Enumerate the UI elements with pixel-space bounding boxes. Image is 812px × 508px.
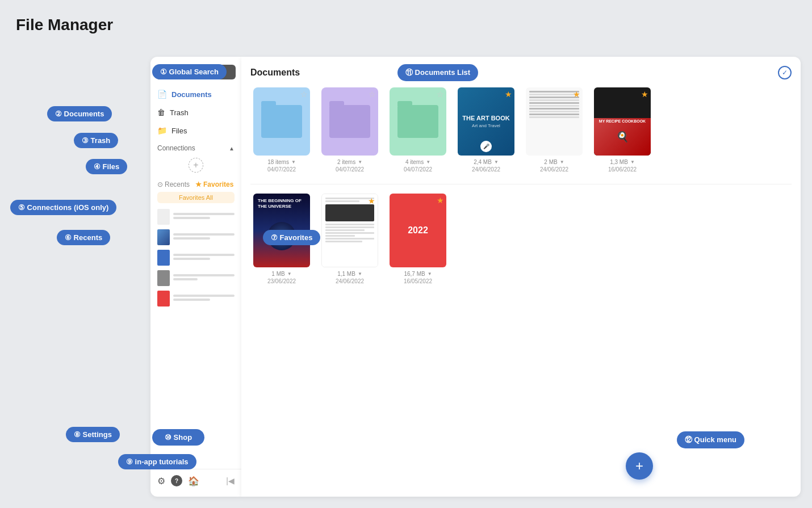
list-item[interactable] [157, 227, 235, 247]
dropdown-arrow-icon[interactable]: ▼ [630, 159, 635, 165]
list-item[interactable] [157, 207, 235, 227]
article-line [325, 238, 374, 240]
connections-section: Connections ▲ [150, 140, 241, 154]
doc-date: 24/06/2022 [472, 166, 500, 173]
folder-item-purple[interactable]: ☆ 2 items ▼ 04/07/2022 [319, 87, 381, 173]
file-item-recipe[interactable]: ★ MY RECIPE COOKBOOK 🍳 1,3 MB ▼ 16/06/20… [591, 87, 654, 173]
fav-item-article[interactable]: ★ 1,1 MB ▼ [319, 194, 381, 284]
dropdown-arrow-icon[interactable]: ▼ [358, 159, 362, 165]
dropdown-arrow-icon[interactable]: ▼ [358, 271, 362, 276]
mic-icon: 🎤 [480, 141, 492, 152]
annotation-connections: ⑤ Connections (iOS only) [10, 200, 116, 215]
star-icon: ★ [573, 90, 580, 99]
article-line [325, 229, 365, 231]
recent-line [173, 213, 235, 215]
recent-lines [173, 274, 235, 282]
doc-size: 16,7 MB [404, 271, 425, 277]
dropdown-arrow-icon[interactable]: ▼ [428, 271, 432, 276]
file-item-pdf[interactable]: ★ 2 MB ▼ [523, 87, 585, 173]
collapse-sidebar-button[interactable]: |◀ [226, 476, 235, 485]
list-item[interactable] [157, 247, 235, 268]
favorites-all-button[interactable]: Favorites All [157, 192, 235, 203]
recent-thumb-1 [157, 209, 170, 225]
artbook-thumb: ★ THE ART BOOK Art and Travel 🎤 [458, 87, 514, 156]
dropdown-arrow-icon[interactable]: ▼ [291, 159, 296, 165]
doc-meta: 2,4 MB ▼ [455, 159, 517, 165]
trash-icon: 🗑 [157, 108, 165, 117]
documents-grid: ☆ 18 items ▼ 04/07/2022 ☆ [250, 87, 792, 177]
fab-button[interactable]: + [626, 452, 653, 480]
recent-line [173, 295, 235, 297]
favorites-label: Favorites [203, 180, 233, 188]
annotation-trash: ③ Trash [74, 133, 118, 148]
recent-lines [173, 254, 235, 262]
recent-line [173, 274, 235, 276]
annotation-documents-list: ⑪ Documents List [397, 64, 478, 81]
sidebar-item-files[interactable]: 📁 Files [150, 121, 241, 140]
list-item[interactable] [157, 268, 235, 288]
dropdown-arrow-icon[interactable]: ▼ [287, 271, 292, 276]
connections-add: + [150, 154, 241, 176]
star-icon: ☆ [300, 90, 308, 99]
doc-size: 1,3 MB [610, 159, 628, 165]
article-image [325, 204, 374, 221]
doc-meta: 1,1 MB ▼ [319, 271, 381, 277]
list-item[interactable] [157, 288, 235, 309]
pdf-line [529, 105, 579, 107]
recent-thumb-2 [157, 229, 170, 245]
check-button[interactable]: ✓ [778, 66, 792, 79]
settings-icon[interactable]: ⚙ [157, 476, 165, 486]
recent-thumb-4 [157, 270, 170, 286]
dropdown-arrow-icon[interactable]: ▼ [426, 159, 430, 165]
folder-thumb-purple: ☆ [321, 87, 378, 156]
doc-items-count: 18 items [267, 159, 289, 165]
doc-meta: 2 MB ▼ [523, 159, 585, 165]
shop-button[interactable]: ⑩ Shop [152, 429, 204, 446]
fav-item-2022[interactable]: ★ 2022 16,7 MB ▼ 16/05/2022 [387, 194, 449, 284]
doc-date: 04/07/2022 [336, 166, 364, 173]
fav-thumb-2022: ★ 2022 [390, 194, 446, 267]
recipe-thumb: ★ MY RECIPE COOKBOOK 🍳 [594, 87, 651, 156]
annotation-tutorials: ⑨ in-app tutorials [118, 454, 196, 469]
file-item-artbook[interactable]: ★ THE ART BOOK Art and Travel 🎤 2,4 MB ▼… [455, 87, 517, 173]
annotation-recents: ⑥ Recents [57, 230, 110, 245]
page-title: File Manager [16, 16, 113, 34]
folder-item-blue[interactable]: ☆ 18 items ▼ 04/07/2022 [250, 87, 313, 173]
shop-home-icon[interactable]: 🏠 [188, 476, 199, 486]
doc-size: 2,4 MB [474, 159, 492, 165]
annotation-quick-menu: ⑫ Quick menu [677, 431, 744, 448]
recent-lines [173, 295, 235, 303]
article-line [325, 224, 374, 225]
sidebar-label-files: Files [171, 127, 187, 135]
doc-size: 1 MB [271, 271, 284, 277]
pdf-line [529, 116, 579, 118]
doc-date: 24/06/2022 [336, 278, 364, 284]
document-icon: 📄 [157, 90, 167, 99]
sidebar-item-documents[interactable]: 📄 Documents [150, 85, 241, 103]
pdf-line [529, 114, 579, 115]
recent-line [173, 237, 210, 240]
dropdown-arrow-icon[interactable]: ▼ [494, 159, 499, 165]
help-icon[interactable]: ? [171, 475, 182, 486]
favorites-grid: THE BEGINNING OF THE UNIVERSE 1 MB ▼ 23/… [250, 194, 792, 284]
add-connection-button[interactable]: + [189, 158, 203, 173]
folder-thumb-blue: ☆ [253, 87, 310, 156]
doc-date: 04/07/2022 [267, 166, 296, 173]
doc-meta: 1,3 MB ▼ [591, 159, 654, 165]
favorites-tab[interactable]: ★ Favorites [195, 180, 233, 188]
article-line [325, 198, 374, 199]
dropdown-arrow-icon[interactable]: ▼ [560, 159, 564, 165]
sidebar-item-trash[interactable]: 🗑 Trash [150, 103, 241, 121]
recent-lines [173, 233, 235, 241]
recents-tab[interactable]: ⊙ Recents [157, 180, 190, 188]
doc-date: 23/06/2022 [267, 278, 296, 284]
folder-item-green[interactable]: ☆ 4 items ▼ 04/07/2022 [387, 87, 449, 173]
main-container: 🔍 Search 📄 Documents 🗑 Trash 📁 Files Con… [150, 57, 801, 497]
doc-size: 1,1 MB [337, 271, 355, 277]
recents-favorites-section: ⊙ Recents ★ Favorites Favorites All [150, 176, 241, 311]
recent-thumb-3 [157, 250, 170, 266]
article-line [325, 200, 359, 202]
pdf-line [529, 111, 579, 112]
annotation-global-search: ① Global Search [152, 64, 227, 79]
doc-date: 04/07/2022 [404, 166, 432, 173]
